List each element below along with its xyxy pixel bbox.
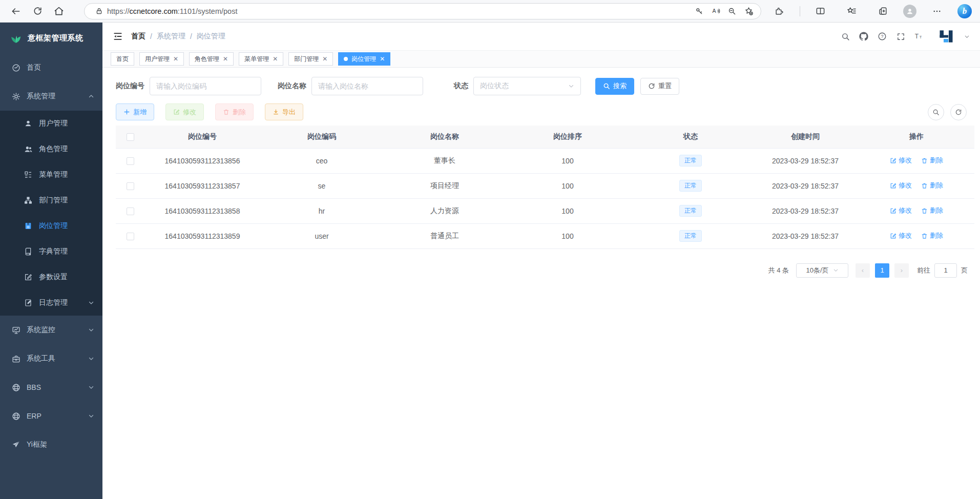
row-delete-link[interactable]: 删除 xyxy=(921,231,943,240)
current-page-button[interactable]: 1 xyxy=(875,263,889,278)
status-label: 状态 xyxy=(454,81,468,91)
reset-refresh-icon xyxy=(648,82,655,90)
tab-close-icon[interactable]: ✕ xyxy=(273,55,278,63)
browser-refresh-button[interactable] xyxy=(27,2,48,20)
row-checkbox[interactable] xyxy=(127,207,134,215)
sidebar-item-department-management[interactable]: 部门管理 xyxy=(0,188,102,213)
add-button[interactable]: 新增 xyxy=(116,103,154,120)
post-code-input[interactable] xyxy=(150,77,261,95)
tab-close-icon[interactable]: ✕ xyxy=(380,55,385,63)
sidebar-item-home[interactable]: 首页 xyxy=(0,53,102,82)
url-path: :1101/system/post xyxy=(178,7,238,15)
tab-home[interactable]: 首页 xyxy=(111,52,134,66)
more-options-icon[interactable] xyxy=(926,2,948,20)
row-checkbox[interactable] xyxy=(127,233,134,240)
reset-button[interactable]: 重置 xyxy=(640,78,679,95)
table-row[interactable]: 1641030593112313857 se 项目经理 100 正常 2023-… xyxy=(116,173,974,198)
tab-close-icon[interactable]: ✕ xyxy=(223,55,228,63)
next-page-button[interactable]: › xyxy=(894,263,909,278)
browser-home-button[interactable] xyxy=(48,2,70,20)
search-button[interactable]: 搜索 xyxy=(595,78,634,95)
page-goto-input[interactable] xyxy=(934,263,957,278)
tab-menu-management[interactable]: 菜单管理✕ xyxy=(239,52,283,66)
status-badge: 正常 xyxy=(679,230,702,242)
post-name-input[interactable] xyxy=(311,77,423,95)
row-edit-link[interactable]: 修改 xyxy=(890,181,912,190)
collections-icon[interactable] xyxy=(872,2,893,20)
dictionary-book-icon xyxy=(24,247,33,256)
select-all-checkbox[interactable] xyxy=(127,133,134,141)
row-delete-link[interactable]: 删除 xyxy=(921,206,943,215)
breadcrumb-home[interactable]: 首页 xyxy=(131,32,145,41)
favorites-hub-icon[interactable] xyxy=(841,2,863,20)
row-checkbox[interactable] xyxy=(127,157,134,165)
github-icon[interactable] xyxy=(859,31,869,41)
tab-user-management[interactable]: 用户管理✕ xyxy=(139,52,184,66)
sidebar-item-system-management[interactable]: 系统管理 xyxy=(0,82,102,111)
browser-back-button[interactable] xyxy=(5,2,27,20)
row-delete-link[interactable]: 删除 xyxy=(921,156,943,165)
sidebar-item-label: ERP xyxy=(27,412,41,420)
tab-close-icon[interactable]: ✕ xyxy=(173,55,178,63)
toggle-search-button[interactable] xyxy=(928,104,944,120)
export-button[interactable]: 导出 xyxy=(265,103,303,120)
sidebar-item-system-monitor[interactable]: 系统监控 xyxy=(0,316,102,344)
add-favorite-icon[interactable] xyxy=(740,4,757,18)
tab-close-icon[interactable]: ✕ xyxy=(322,55,327,63)
zoom-out-icon[interactable] xyxy=(724,4,740,18)
page-unit-label: 页 xyxy=(961,266,968,275)
table-row[interactable]: 1641030593112313856 ceo 董事长 100 正常 2023-… xyxy=(116,148,974,173)
password-key-icon[interactable] xyxy=(691,4,707,18)
table-row[interactable]: 1641030593112313858 hr 人力资源 100 正常 2023-… xyxy=(116,198,974,223)
sidebar-item-dict-management[interactable]: 字典管理 xyxy=(0,239,102,264)
prev-page-button[interactable]: ‹ xyxy=(856,263,870,278)
read-aloud-icon[interactable]: A xyxy=(707,4,724,18)
globe-icon xyxy=(11,411,20,421)
refresh-table-button[interactable] xyxy=(950,104,967,120)
split-screen-icon[interactable] xyxy=(810,2,831,20)
browser-profile-avatar[interactable] xyxy=(903,5,916,18)
breadcrumb-parent[interactable]: 系统管理 xyxy=(157,32,185,41)
row-checkbox[interactable] xyxy=(127,182,134,190)
tab-role-management[interactable]: 角色管理✕ xyxy=(189,52,234,66)
bing-chat-icon[interactable]: b xyxy=(957,4,972,18)
row-edit-link[interactable]: 修改 xyxy=(890,206,912,215)
table-row[interactable]: 1641030593112313859 user 普通员工 100 正常 202… xyxy=(116,223,974,248)
sidebar-item-user-management[interactable]: 用户管理 xyxy=(0,111,102,136)
sidebar-item-system-tools[interactable]: 系统工具 xyxy=(0,344,102,373)
cell-post-id: 1641030593112313857 xyxy=(144,173,260,198)
sidebar-item-role-management[interactable]: 角色管理 xyxy=(0,136,102,162)
font-size-icon[interactable]: TT xyxy=(914,31,924,41)
avatar-caret-down-icon[interactable] xyxy=(964,34,970,39)
sidebar-item-log-management[interactable]: 日志管理 xyxy=(0,290,102,316)
leaf-logo-icon xyxy=(9,31,23,45)
status-select[interactable]: 岗位状态 xyxy=(473,77,581,95)
row-edit-link[interactable]: 修改 xyxy=(890,156,912,165)
address-bar[interactable]: https://ccnetcore.com:1101/system/post A xyxy=(84,3,761,19)
extensions-icon[interactable] xyxy=(768,2,790,20)
sidebar-item-erp[interactable]: ERP xyxy=(0,402,102,430)
user-avatar-logo[interactable] xyxy=(937,28,955,45)
row-edit-link[interactable]: 修改 xyxy=(890,231,912,240)
edit-icon xyxy=(890,207,896,214)
tab-post-management[interactable]: 岗位管理✕ xyxy=(338,52,390,66)
sidebar-item-bbs[interactable]: BBS xyxy=(0,373,102,402)
help-question-icon[interactable]: ? xyxy=(877,31,887,41)
tab-department-management[interactable]: 部门管理✕ xyxy=(288,52,333,66)
header-search-icon[interactable] xyxy=(840,31,850,41)
lock-icon[interactable] xyxy=(91,4,107,18)
chevron-up-icon xyxy=(88,93,94,99)
row-delete-link[interactable]: 删除 xyxy=(921,181,943,190)
app-logo[interactable]: 意框架管理系统 xyxy=(0,23,102,53)
sidebar-fold-icon[interactable] xyxy=(113,31,123,41)
sidebar-item-label: BBS xyxy=(27,383,41,391)
page-size-select[interactable]: 10条/页 xyxy=(796,263,848,278)
sidebar-item-menu-management[interactable]: 菜单管理 xyxy=(0,162,102,188)
sidebar-item-yi-framework[interactable]: Yi框架 xyxy=(0,430,102,459)
sidebar-item-parameter-settings[interactable]: 参数设置 xyxy=(0,264,102,290)
svg-text:A: A xyxy=(712,8,716,14)
fullscreen-icon[interactable] xyxy=(895,31,906,41)
sidebar-item-post-management[interactable]: 岗位管理 xyxy=(0,213,102,239)
svg-text:T: T xyxy=(920,35,922,39)
page-size-value: 10条/页 xyxy=(806,266,828,275)
